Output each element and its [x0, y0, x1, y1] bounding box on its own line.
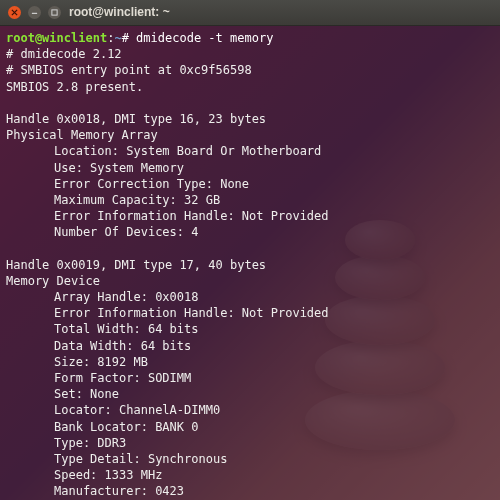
handle-header: Handle 0x0018, DMI type 16, 23 bytes: [6, 112, 266, 126]
prompt-hash: #: [122, 31, 129, 45]
output-line: SMBIOS 2.8 present.: [6, 80, 143, 94]
output-line: Type: DDR3: [6, 435, 126, 451]
window-controls: [8, 6, 61, 19]
handle-sub: Memory Device: [6, 274, 100, 288]
close-icon[interactable]: [8, 6, 21, 19]
output-line: Bank Locator: BANK 0: [6, 419, 199, 435]
output-line: Locator: ChannelA-DIMM0: [6, 402, 220, 418]
output-line: Error Information Handle: Not Provided: [6, 208, 329, 224]
terminal-window: root@winclient: ~ root@winclient:~# dmid…: [0, 0, 500, 500]
output-line: Array Handle: 0x0018: [6, 289, 199, 305]
output-line: Size: 8192 MB: [6, 354, 148, 370]
minimize-icon[interactable]: [28, 6, 41, 19]
prompt-user-host: root@winclient: [6, 31, 107, 45]
window-title: root@winclient: ~: [69, 4, 170, 20]
output-line: Location: System Board Or Motherboard: [6, 143, 321, 159]
output-line: Error Information Handle: Not Provided: [6, 305, 329, 321]
output-line: # dmidecode 2.12: [6, 47, 122, 61]
output-line: Use: System Memory: [6, 160, 184, 176]
output-line: Error Correction Type: None: [6, 176, 249, 192]
output-line: Data Width: 64 bits: [6, 338, 191, 354]
titlebar[interactable]: root@winclient: ~: [0, 0, 500, 26]
output-line: Maximum Capacity: 32 GB: [6, 192, 220, 208]
svg-rect-0: [52, 10, 57, 15]
handle-header: Handle 0x0019, DMI type 17, 40 bytes: [6, 258, 266, 272]
output-line: Manufacturer: 0423: [6, 483, 184, 499]
output-line: Type Detail: Synchronous: [6, 451, 227, 467]
output-line: Total Width: 64 bits: [6, 321, 199, 337]
output-line: Set: None: [6, 386, 119, 402]
output-line: Form Factor: SODIMM: [6, 370, 191, 386]
output-line: Number Of Devices: 4: [6, 224, 199, 240]
handle-sub: Physical Memory Array: [6, 128, 158, 142]
command-text: dmidecode -t memory: [136, 31, 273, 45]
output-line: Speed: 1333 MHz: [6, 467, 162, 483]
output-line: # SMBIOS entry point at 0xc9f56598: [6, 63, 252, 77]
maximize-icon[interactable]: [48, 6, 61, 19]
terminal-body[interactable]: root@winclient:~# dmidecode -t memory # …: [0, 26, 500, 500]
prompt-path: ~: [114, 31, 121, 45]
